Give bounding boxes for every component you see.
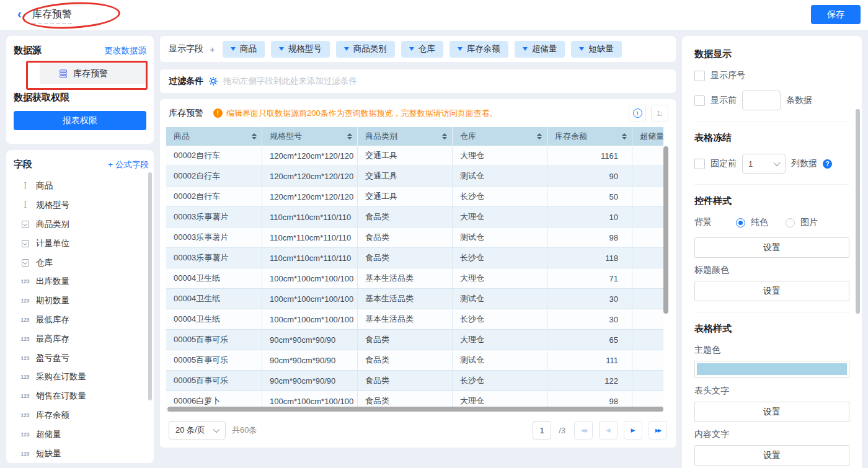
help-icon[interactable]: ? bbox=[823, 159, 832, 169]
numeric-sort-icon: 1↓ bbox=[657, 110, 663, 117]
field-item[interactable]: 仓库 bbox=[14, 253, 149, 272]
table-cell: 00002自行车 bbox=[166, 166, 262, 187]
column-header[interactable]: 库存余额 bbox=[547, 127, 632, 146]
field-item[interactable]: 123最高库存 bbox=[14, 329, 149, 348]
table-row[interactable]: 00003乐事薯片110cm*110cm*110/110食品类长沙仓118 bbox=[166, 248, 663, 268]
sort-icon[interactable] bbox=[347, 133, 352, 139]
table-cell: 50 bbox=[547, 187, 632, 207]
next-page-button[interactable]: ▶ bbox=[624, 421, 642, 439]
sort-icon[interactable] bbox=[622, 133, 627, 139]
field-item[interactable]: 123销售在订数量 bbox=[14, 387, 149, 406]
report-permission-button[interactable]: 报表权限 bbox=[14, 111, 146, 130]
image-radio[interactable] bbox=[786, 218, 795, 227]
freeze-suffix: 列数据 bbox=[791, 158, 817, 169]
show-first-checkbox[interactable] bbox=[694, 95, 705, 106]
display-field-chip[interactable]: 短缺量 bbox=[571, 41, 622, 58]
header-text-label: 表头文字 bbox=[694, 386, 849, 397]
field-item[interactable]: 商品类别 bbox=[14, 215, 149, 234]
field-item[interactable]: 123期初数量 bbox=[14, 291, 149, 311]
field-item[interactable]: 123盈亏盘亏 bbox=[14, 348, 149, 368]
page-size-select[interactable]: 20 条/页 bbox=[169, 421, 226, 439]
column-header[interactable]: 超储量 bbox=[632, 127, 663, 146]
solid-color-radio[interactable] bbox=[736, 218, 745, 227]
field-list: I商品I规格型号商品类别计量单位仓库123出库数量123期初数量123最低库存1… bbox=[14, 177, 149, 463]
display-field-chip[interactable]: 库存余额 bbox=[450, 41, 508, 58]
sort-icon[interactable] bbox=[442, 133, 447, 139]
table-row[interactable]: 00005百事可乐90cm*90cm*90/90食品类大理仓65 bbox=[166, 330, 663, 350]
column-header[interactable]: 商品 bbox=[166, 127, 262, 146]
database-icon bbox=[58, 69, 68, 79]
column-header[interactable]: 仓库 bbox=[453, 127, 547, 146]
display-fields-label: 显示字段 bbox=[169, 43, 203, 55]
background-settings-button[interactable]: 设置 bbox=[694, 237, 849, 258]
current-page-box[interactable]: 1 bbox=[533, 421, 551, 439]
first-page-button[interactable]: ◀◀ bbox=[574, 421, 593, 439]
display-field-chip[interactable]: 商品 bbox=[223, 41, 265, 58]
field-item[interactable]: I规格型号 bbox=[14, 196, 149, 215]
add-display-field-icon[interactable]: + bbox=[210, 44, 215, 55]
sort-icon[interactable] bbox=[537, 133, 542, 139]
save-button[interactable]: 保存 bbox=[811, 5, 861, 24]
gear-icon[interactable] bbox=[208, 76, 218, 86]
info-icon: ! bbox=[633, 108, 642, 118]
title-color-settings-button[interactable]: 设置 bbox=[694, 281, 849, 301]
settings-scrollbar[interactable] bbox=[856, 109, 860, 314]
table-row[interactable]: 00005百事可乐90cm*90cm*90/90食品类测试仓111 bbox=[166, 350, 663, 371]
field-item[interactable]: 123采购在订数量 bbox=[14, 368, 149, 387]
change-datasource-link[interactable]: 更改数据源 bbox=[105, 45, 147, 56]
column-header[interactable]: 规格型号 bbox=[262, 127, 358, 146]
field-item[interactable]: 123短缺量 bbox=[14, 444, 149, 463]
table-row[interactable]: 00005百事可乐90cm*90cm*90/90食品类长沙仓122 bbox=[166, 371, 663, 391]
column-header[interactable]: 商品类别 bbox=[358, 127, 453, 146]
field-item[interactable]: 123超储量 bbox=[14, 425, 149, 444]
total-count: 共60条 bbox=[232, 425, 257, 436]
filter-bar: 过滤条件 拖动左侧字段到此处来添加过滤条件 bbox=[160, 69, 676, 93]
field-item[interactable]: 123出库数量 bbox=[14, 272, 149, 291]
table-row[interactable]: 00003乐事薯片110cm*110cm*110/110食品类大理仓10 bbox=[166, 207, 663, 227]
table-row[interactable]: 00004卫生纸100cm*100cm*100/100基本生活品类大理仓71 bbox=[166, 268, 663, 289]
sort-order-button[interactable]: 1↓ bbox=[651, 105, 668, 122]
freeze-count-select[interactable]: 1 bbox=[742, 154, 786, 174]
info-button[interactable]: ! bbox=[629, 105, 646, 122]
chevron-down-icon bbox=[773, 159, 780, 166]
chip-label: 仓库 bbox=[418, 43, 435, 55]
last-page-button[interactable]: ▶▶ bbox=[649, 421, 667, 439]
table-row[interactable]: 00003乐事薯片110cm*110cm*110/110食品类测试仓98 bbox=[166, 227, 663, 248]
table-row[interactable]: 00002自行车120cm*120cm*120/120交通工具测试仓90 bbox=[166, 166, 663, 187]
field-label: 销售在订数量 bbox=[36, 391, 86, 402]
fields-scrollbar[interactable] bbox=[148, 172, 152, 400]
table-horizontal-scrollbar[interactable] bbox=[167, 407, 663, 412]
table-row[interactable]: 00004卫生纸100cm*100cm*100/100基本生活品类测试仓30 bbox=[166, 289, 663, 309]
table-cell bbox=[632, 166, 663, 187]
table-row[interactable]: 00002自行车120cm*120cm*120/120交通工具长沙仓50 bbox=[166, 187, 663, 207]
prev-page-button[interactable]: ◀ bbox=[599, 421, 618, 439]
show-first-count-input[interactable] bbox=[742, 91, 781, 110]
display-field-chip[interactable]: 超储量 bbox=[515, 41, 565, 58]
content-text-settings-button[interactable]: 设置 bbox=[694, 445, 849, 466]
top-bar: ‹ 库存预警 保存 bbox=[0, 0, 868, 30]
field-item[interactable]: 123最低库存 bbox=[14, 311, 149, 330]
freeze-checkbox[interactable] bbox=[694, 159, 705, 169]
datasource-item[interactable]: 库存预警 bbox=[40, 63, 148, 84]
field-item[interactable]: 计量单位 bbox=[14, 234, 149, 253]
table-cell: 大理仓 bbox=[453, 268, 547, 289]
fields-title: 字段 bbox=[14, 159, 32, 170]
display-field-chip[interactable]: 规格型号 bbox=[271, 41, 330, 58]
table-cell: 基本生活品类 bbox=[358, 309, 453, 330]
table-row[interactable]: 00002自行车120cm*120cm*120/120交通工具大理仓1161 bbox=[166, 146, 663, 166]
field-item[interactable]: I商品 bbox=[14, 177, 149, 196]
show-index-checkbox[interactable] bbox=[694, 71, 705, 81]
table-cell: 110cm*110cm*110/110 bbox=[262, 207, 358, 227]
add-formula-field-link[interactable]: + 公式字段 bbox=[108, 159, 149, 170]
theme-color-swatch[interactable] bbox=[694, 361, 849, 377]
field-label: 短缺量 bbox=[36, 448, 61, 459]
field-item[interactable]: 123库存余额 bbox=[14, 406, 149, 425]
sort-icon[interactable] bbox=[252, 133, 257, 139]
display-field-chip[interactable]: 仓库 bbox=[401, 41, 443, 58]
table-cell: 110cm*110cm*110/110 bbox=[262, 227, 358, 248]
table-row[interactable]: 00004卫生纸100cm*100cm*100/100基本生活品类长沙仓30 bbox=[166, 309, 663, 330]
header-text-settings-button[interactable]: 设置 bbox=[694, 402, 849, 422]
display-field-chip[interactable]: 商品类别 bbox=[336, 41, 395, 58]
back-icon[interactable]: ‹ bbox=[17, 7, 22, 20]
table-vertical-scrollbar[interactable] bbox=[663, 146, 668, 314]
